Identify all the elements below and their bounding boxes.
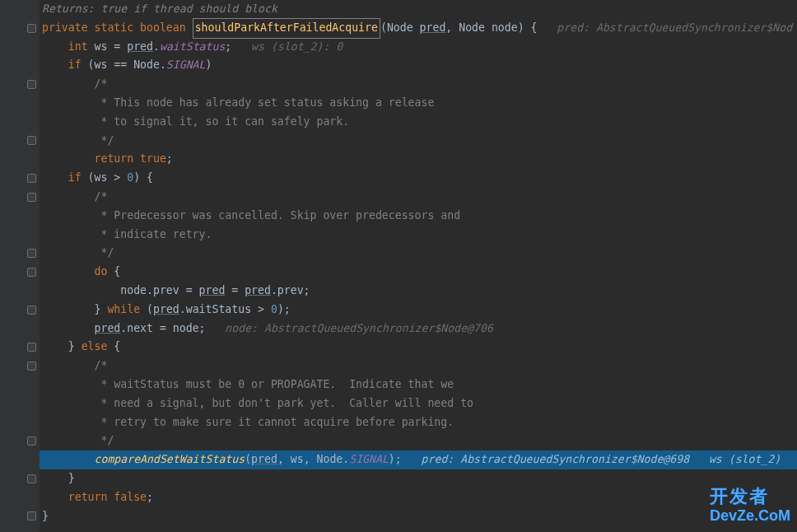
fold-icon[interactable] xyxy=(27,362,36,371)
comment-line: * This node has already set status askin… xyxy=(40,94,797,113)
code-editor[interactable]: { "doc": { "returns_label": "Returns:", … xyxy=(0,0,797,532)
gutter-marker xyxy=(0,432,40,450)
fold-icon[interactable] xyxy=(27,436,36,446)
comment-line: * need a signal, but don't park yet. Cal… xyxy=(40,394,797,413)
gutter-marker xyxy=(0,132,40,151)
comment-line: * indicate retry. xyxy=(40,226,797,245)
gutter-marker xyxy=(0,169,40,188)
fold-icon[interactable] xyxy=(27,174,36,183)
fold-icon[interactable] xyxy=(27,80,36,89)
code-line: node.prev = pred = pred.prev; xyxy=(40,282,797,301)
comment-line: /* xyxy=(40,75,797,94)
gutter-marker xyxy=(0,75,40,94)
comment-line: * Predecessor was cancelled. Skip over p… xyxy=(40,207,797,226)
gutter-marker xyxy=(0,244,40,263)
code-area[interactable]: Returns: true if thread should block pri… xyxy=(40,0,797,525)
fold-icon[interactable] xyxy=(27,306,36,315)
gutter-marker xyxy=(0,301,40,320)
comment-line: * retry to make sure it cannot acquire b… xyxy=(40,413,797,432)
comment-line: */ xyxy=(40,244,797,263)
code-line: } while (pred.waitStatus > 0); xyxy=(40,301,797,320)
comment-line: */ xyxy=(40,432,797,450)
fold-icon[interactable] xyxy=(27,268,36,277)
gutter-marker xyxy=(0,507,40,526)
inline-hint: pred: AbstractQueuedSynchronizer$Node@69… xyxy=(402,450,781,469)
gutter-marker xyxy=(0,357,40,376)
inline-hint: pred: AbstractQueuedSynchronizer$Nod xyxy=(538,19,793,38)
code-line: } xyxy=(40,469,797,488)
code-line: if (ws > 0) { xyxy=(40,169,797,188)
gutter-marker xyxy=(0,188,40,207)
code-line: } else { xyxy=(40,338,797,357)
doc-line: Returns: true if thread should block xyxy=(40,0,797,19)
code-line: private static boolean shouldParkAfterFa… xyxy=(40,19,797,38)
editor-gutter xyxy=(0,0,40,532)
comment-line: /* xyxy=(40,357,797,376)
comment-line: * waitStatus must be 0 or PROPAGATE. Ind… xyxy=(40,376,797,394)
method-name-highlight: shouldParkAfterFailedAcquire xyxy=(193,18,380,39)
comment-line: /* xyxy=(40,188,797,207)
fold-icon[interactable] xyxy=(27,249,36,258)
current-execution-line: compareAndSetWaitStatus(pred, ws, Node.S… xyxy=(40,450,797,469)
code-line: int ws = pred.waitStatus; ws (slot_2): 0 xyxy=(40,38,797,57)
fold-icon[interactable] xyxy=(27,511,36,520)
fold-icon[interactable] xyxy=(27,343,36,352)
inline-hint: ws (slot_2): 0 xyxy=(231,38,343,57)
fold-icon[interactable] xyxy=(27,24,36,33)
code-line: } xyxy=(40,507,797,526)
gutter-marker xyxy=(0,19,40,38)
comment-line: */ xyxy=(40,132,797,151)
gutter-marker xyxy=(0,469,40,488)
code-line: return false; xyxy=(40,488,797,507)
gutter-marker xyxy=(0,263,40,282)
fold-icon[interactable] xyxy=(27,474,36,483)
fold-icon[interactable] xyxy=(27,136,36,145)
fold-icon[interactable] xyxy=(27,193,36,202)
gutter-marker xyxy=(0,338,40,357)
code-line: return true; xyxy=(40,150,797,169)
comment-line: * to signal it, so it can safely park. xyxy=(40,113,797,132)
code-line: do { xyxy=(40,263,797,282)
code-line: pred.next = node; node: AbstractQueuedSy… xyxy=(40,320,797,338)
inline-hint: node: AbstractQueuedSynchronizer$Node@70… xyxy=(206,320,493,338)
code-line: if (ws == Node.SIGNAL) xyxy=(40,56,797,75)
